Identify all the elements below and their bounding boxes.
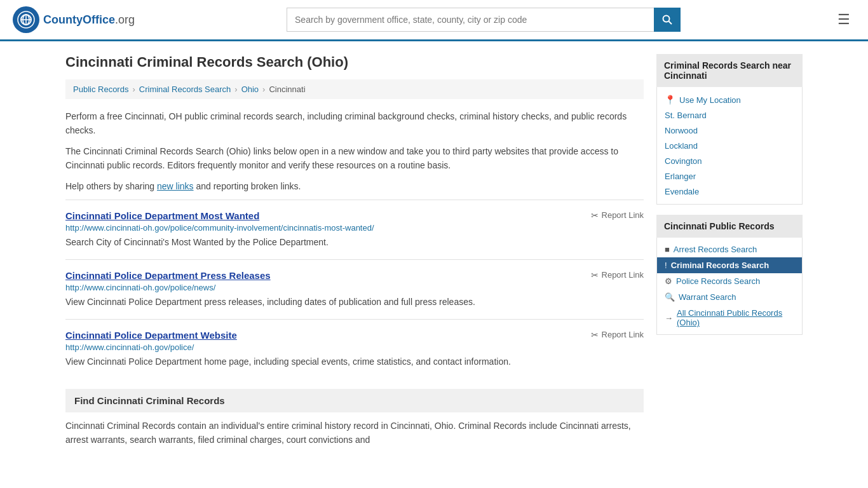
site-header: CountyOffice.org ☰ xyxy=(0,0,868,41)
logo-area: CountyOffice.org xyxy=(13,6,135,33)
report-link-2[interactable]: ✂ Report Link xyxy=(591,270,644,280)
description-3-post: and reporting broken links. xyxy=(194,181,301,191)
breadcrumb-ohio[interactable]: Ohio xyxy=(241,85,259,94)
warrant-search-link[interactable]: Warrant Search xyxy=(679,292,736,302)
result-url-3[interactable]: http://www.cincinnati-oh.gov/police/ xyxy=(65,342,644,352)
report-icon-3: ✂ xyxy=(591,330,599,340)
all-records-link[interactable]: All Cincinnati Public Records (Ohio) xyxy=(677,308,794,327)
list-item: Evendale xyxy=(657,184,802,199)
records-list-item-arrest[interactable]: ■ Arrest Records Search xyxy=(657,241,802,257)
records-list-item-police[interactable]: ⚙ Police Records Search xyxy=(657,273,802,289)
result-url-1[interactable]: http://www.cincinnati-oh.gov/police/comm… xyxy=(65,223,644,233)
report-link-1[interactable]: ✂ Report Link xyxy=(591,210,644,220)
records-list-item-warrant[interactable]: 🔍 Warrant Search xyxy=(657,289,802,305)
breadcrumb-public-records[interactable]: Public Records xyxy=(73,85,128,94)
police-icon: ⚙ xyxy=(665,276,672,286)
criminal-icon: ! xyxy=(665,261,667,270)
sidebar-public-records-title: Cincinnati Public Records xyxy=(656,215,803,238)
location-evendale[interactable]: Evendale xyxy=(665,187,699,196)
use-my-location-link[interactable]: Use My Location xyxy=(679,95,741,105)
result-url-2[interactable]: http://www.cincinnati-oh.gov/police/news… xyxy=(65,283,644,292)
report-link-label-3: Report Link xyxy=(602,330,644,339)
description-2: The Cincinnati Criminal Records Search (… xyxy=(65,144,644,173)
result-card-2: Cincinnati Police Department Press Relea… xyxy=(65,259,644,319)
main-content: Cincinnati Criminal Records Search (Ohio… xyxy=(65,54,644,447)
list-item: Erlanger xyxy=(657,168,802,184)
location-covington[interactable]: Covington xyxy=(665,156,702,166)
svg-point-5 xyxy=(663,16,670,22)
location-lockland[interactable]: Lockland xyxy=(665,141,698,151)
description-1: Perform a free Cincinnati, OH public cri… xyxy=(65,109,644,138)
report-icon-1: ✂ xyxy=(591,210,599,220)
breadcrumb-sep-1: › xyxy=(132,85,135,94)
list-item: St. Bernard xyxy=(657,107,802,123)
records-list-item-criminal[interactable]: ! Criminal Records Search xyxy=(657,257,802,273)
result-header-3: Cincinnati Police Department Website ✂ R… xyxy=(65,330,644,341)
report-icon-2: ✂ xyxy=(591,270,599,280)
sidebar-location-list: 📍 Use My Location St. Bernard Norwood Lo… xyxy=(656,87,803,205)
list-item: Covington xyxy=(657,153,802,168)
result-title-3[interactable]: Cincinnati Police Department Website xyxy=(65,330,237,341)
pin-icon: 📍 xyxy=(665,95,675,105)
result-card-3: Cincinnati Police Department Website ✂ R… xyxy=(65,319,644,379)
find-section-heading: Find Cincinnati Criminal Records xyxy=(65,389,644,412)
criminal-records-link[interactable]: Criminal Records Search xyxy=(671,261,770,270)
list-item: Lockland xyxy=(657,138,802,153)
location-norwood[interactable]: Norwood xyxy=(665,126,698,135)
list-item: Norwood xyxy=(657,123,802,138)
breadcrumb-sep-3: › xyxy=(262,85,265,94)
main-container: Cincinnati Criminal Records Search (Ohio… xyxy=(53,41,815,460)
sidebar-nearby-title: Criminal Records Search near Cincinnati xyxy=(656,54,803,87)
result-desc-2: View Cincinnati Police Department press … xyxy=(65,295,644,309)
location-erlanger[interactable]: Erlanger xyxy=(665,172,696,181)
logo-text: CountyOffice.org xyxy=(43,13,135,27)
logo-icon xyxy=(13,6,39,33)
report-link-label-1: Report Link xyxy=(602,210,644,220)
section-body: Cincinnati Criminal Records contain an i… xyxy=(65,419,644,447)
report-link-3[interactable]: ✂ Report Link xyxy=(591,330,644,340)
use-my-location-item[interactable]: 📍 Use My Location xyxy=(657,92,802,107)
search-area xyxy=(287,8,681,32)
search-icon xyxy=(662,15,672,25)
breadcrumb: Public Records › Criminal Records Search… xyxy=(65,79,644,99)
records-list-item-all[interactable]: → All Cincinnati Public Records (Ohio) xyxy=(657,305,802,330)
all-records-arrow-icon: → xyxy=(665,313,673,323)
search-button[interactable] xyxy=(654,8,681,32)
report-link-label-2: Report Link xyxy=(602,270,644,280)
breadcrumb-criminal-records-search[interactable]: Criminal Records Search xyxy=(139,85,231,94)
result-header-2: Cincinnati Police Department Press Relea… xyxy=(65,270,644,281)
menu-button[interactable]: ☰ xyxy=(832,9,855,30)
police-records-link[interactable]: Police Records Search xyxy=(676,276,760,286)
result-title-1[interactable]: Cincinnati Police Department Most Wanted xyxy=(65,210,259,221)
result-card-1: Cincinnati Police Department Most Wanted… xyxy=(65,200,644,259)
breadcrumb-sep-2: › xyxy=(234,85,237,94)
description-3: Help others by sharing new links and rep… xyxy=(65,179,644,193)
page-title: Cincinnati Criminal Records Search (Ohio… xyxy=(65,54,644,71)
arrest-records-link[interactable]: Arrest Records Search xyxy=(674,245,757,254)
location-st-bernard[interactable]: St. Bernard xyxy=(665,111,707,120)
breadcrumb-current: Cincinnati xyxy=(269,85,305,94)
svg-line-6 xyxy=(669,22,672,25)
result-desc-1: Search City of Cincinnati's Most Wanted … xyxy=(65,236,644,249)
arrest-icon: ■ xyxy=(665,245,670,254)
result-desc-3: View Cincinnati Police Department home p… xyxy=(65,355,644,369)
sidebar-records-list: ■ Arrest Records Search ! Criminal Recor… xyxy=(656,238,803,335)
new-links-link[interactable]: new links xyxy=(157,181,194,191)
sidebar: Criminal Records Search near Cincinnati … xyxy=(656,54,803,447)
warrant-icon: 🔍 xyxy=(665,292,675,302)
result-title-2[interactable]: Cincinnati Police Department Press Relea… xyxy=(65,270,271,281)
description-3-pre: Help others by sharing xyxy=(65,181,157,191)
search-input[interactable] xyxy=(287,8,654,32)
result-header-1: Cincinnati Police Department Most Wanted… xyxy=(65,210,644,221)
